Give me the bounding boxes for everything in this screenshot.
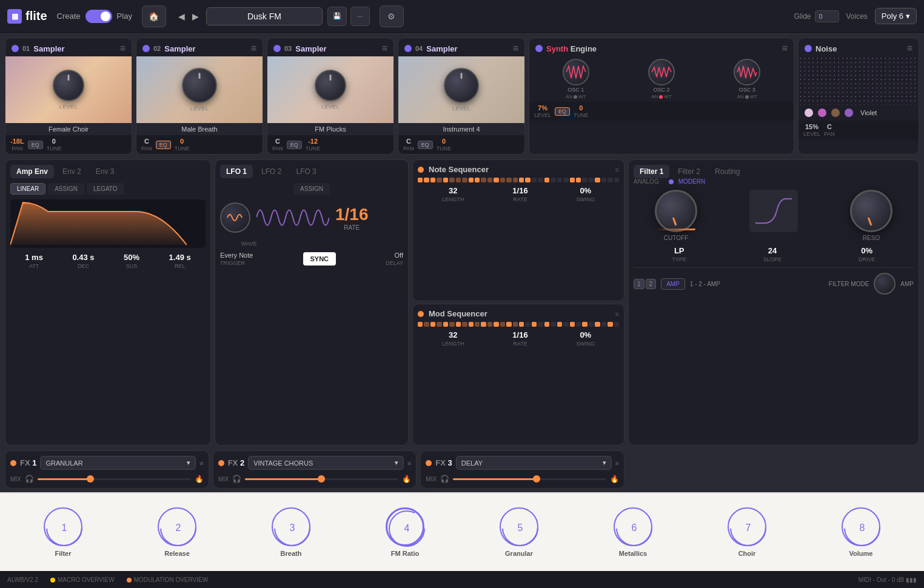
- tab-env2[interactable]: Env 2: [56, 165, 87, 178]
- settings-button[interactable]: ⚙: [380, 5, 404, 27]
- lfo-assign-btn[interactable]: ASSIGN: [293, 183, 330, 195]
- sampler-4-menu[interactable]: ≡: [513, 43, 518, 54]
- seq-step-30[interactable]: [608, 322, 612, 327]
- tab-env3[interactable]: Env 3: [90, 165, 121, 178]
- seq-step-17[interactable]: [525, 322, 530, 327]
- tab-filter2[interactable]: Filter 2: [672, 165, 706, 178]
- tab-routing[interactable]: Routing: [709, 165, 746, 178]
- save-button[interactable]: 💾: [327, 7, 347, 26]
- osc-3-knob[interactable]: [734, 59, 760, 85]
- seq-step-15[interactable]: [513, 178, 518, 182]
- seq-step-27[interactable]: [589, 178, 594, 182]
- fx-2-menu[interactable]: ≡: [407, 459, 411, 467]
- note-seq-dot[interactable]: [418, 167, 424, 173]
- seq-step-21[interactable]: [551, 322, 555, 327]
- synth-eq-btn[interactable]: EQ: [555, 107, 570, 116]
- filter-box-1[interactable]: 1: [634, 279, 644, 289]
- seq-step-23[interactable]: [563, 322, 568, 327]
- sampler-2-eq-btn[interactable]: EQ: [156, 141, 171, 149]
- seq-step-23[interactable]: [563, 178, 568, 182]
- sampler-2-level-knob[interactable]: [182, 68, 217, 103]
- seq-step-15[interactable]: [513, 322, 518, 327]
- sampler-4-power[interactable]: [404, 45, 412, 52]
- seq-step-19[interactable]: [538, 178, 543, 182]
- seq-step-7[interactable]: [462, 322, 467, 327]
- fx-1-menu[interactable]: ≡: [199, 459, 203, 467]
- tab-filter1[interactable]: Filter 1: [634, 165, 669, 178]
- fx-1-mix-thumb[interactable]: [87, 475, 94, 483]
- seq-step-26[interactable]: [582, 322, 587, 327]
- sub-tab-assign[interactable]: ASSIGN: [48, 183, 84, 195]
- fx-3-dropdown[interactable]: DELAY ▾: [456, 456, 612, 470]
- fx-3-mix-thumb[interactable]: [533, 475, 540, 483]
- lfo-wave-knob[interactable]: [220, 202, 250, 233]
- preset-name[interactable]: Dusk FM: [206, 7, 323, 25]
- sampler-3-eq-btn[interactable]: EQ: [287, 141, 302, 149]
- seq-step-22[interactable]: [557, 322, 562, 327]
- seq-step-31[interactable]: [614, 322, 619, 327]
- reso-knob[interactable]: [850, 190, 892, 232]
- seq-step-10[interactable]: [481, 178, 486, 182]
- mod-seq-menu[interactable]: ≡: [615, 310, 619, 318]
- fx-3-menu[interactable]: ≡: [615, 459, 619, 467]
- seq-step-22[interactable]: [557, 178, 562, 182]
- seq-step-9[interactable]: [475, 178, 480, 182]
- seq-step-0[interactable]: [418, 178, 423, 182]
- seq-step-8[interactable]: [469, 178, 474, 182]
- macro-8-knob[interactable]: 8: [842, 507, 880, 546]
- seq-step-3[interactable]: [437, 178, 441, 182]
- seq-step-26[interactable]: [582, 178, 587, 182]
- seq-step-11[interactable]: [487, 178, 492, 182]
- amp-mode-box[interactable]: AMP: [661, 278, 685, 290]
- amp-knob[interactable]: [874, 273, 896, 295]
- seq-step-10[interactable]: [481, 322, 486, 327]
- fx-1-dot[interactable]: [10, 460, 16, 466]
- seq-step-4[interactable]: [443, 322, 448, 327]
- seq-step-6[interactable]: [456, 178, 461, 182]
- macro-6-knob[interactable]: 6: [614, 507, 652, 546]
- prev-preset-button[interactable]: ◀: [176, 10, 187, 22]
- seq-step-20[interactable]: [544, 178, 549, 182]
- seq-step-4[interactable]: [443, 178, 448, 182]
- fx-2-mix-thumb[interactable]: [318, 475, 325, 483]
- seq-step-12[interactable]: [494, 322, 498, 327]
- seq-step-31[interactable]: [614, 178, 619, 182]
- seq-step-2[interactable]: [430, 322, 435, 327]
- seq-step-12[interactable]: [494, 178, 498, 182]
- sampler-1-level-knob[interactable]: [53, 70, 84, 101]
- seq-step-13[interactable]: [500, 178, 505, 182]
- seq-step-2[interactable]: [430, 178, 435, 182]
- fx-3-mix-slider[interactable]: [453, 478, 606, 480]
- seq-step-0[interactable]: [418, 322, 423, 327]
- macro-2-knob[interactable]: 2: [158, 507, 196, 546]
- sampler-1-menu[interactable]: ≡: [120, 43, 126, 54]
- seq-step-29[interactable]: [601, 178, 606, 182]
- macro-7-knob[interactable]: 7: [728, 507, 766, 546]
- macro-1-knob[interactable]: 1: [44, 507, 82, 546]
- seq-step-9[interactable]: [475, 322, 480, 327]
- seq-step-3[interactable]: [437, 322, 441, 327]
- fx-3-dot[interactable]: [426, 460, 432, 466]
- seq-step-1[interactable]: [424, 178, 429, 182]
- osc-2-knob[interactable]: [648, 59, 675, 85]
- seq-step-20[interactable]: [544, 322, 549, 327]
- tab-lfo2[interactable]: LFO 2: [255, 165, 287, 178]
- note-seq-menu[interactable]: ≡: [615, 166, 619, 173]
- fx-1-mix-slider[interactable]: [38, 478, 191, 480]
- macro-5-knob[interactable]: 5: [500, 507, 538, 546]
- seq-step-18[interactable]: [532, 322, 537, 327]
- sampler-1-power[interactable]: [12, 45, 19, 52]
- seq-step-25[interactable]: [576, 322, 581, 327]
- seq-step-28[interactable]: [595, 178, 600, 182]
- fx-2-mix-slider[interactable]: [245, 478, 398, 480]
- seq-step-7[interactable]: [462, 178, 467, 182]
- tab-lfo1[interactable]: LFO 1: [220, 165, 253, 178]
- sampler-3-menu[interactable]: ≡: [382, 43, 387, 54]
- sampler-4-level-knob[interactable]: [444, 68, 479, 103]
- seq-step-21[interactable]: [551, 178, 555, 182]
- create-play-toggle[interactable]: Create Play: [57, 10, 132, 23]
- mod-seq-dot[interactable]: [418, 311, 424, 317]
- seq-step-29[interactable]: [601, 322, 606, 327]
- filter-box-2[interactable]: 2: [646, 279, 657, 289]
- tab-lfo3[interactable]: LFO 3: [290, 165, 322, 178]
